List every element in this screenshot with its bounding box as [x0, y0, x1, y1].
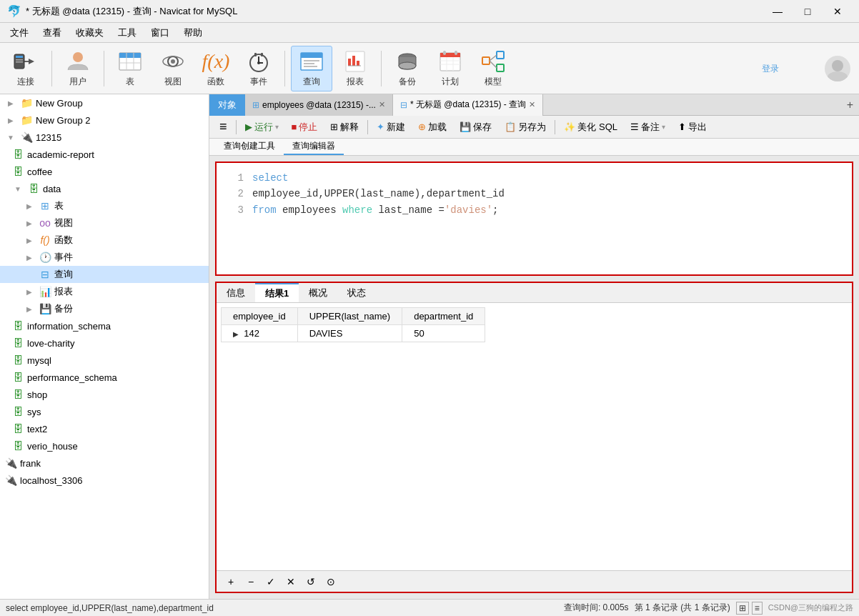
- tab-object[interactable]: 对象: [209, 94, 245, 116]
- tab-employees[interactable]: ⊞ employees @data (12315) -... ✕: [245, 94, 393, 116]
- grid-icon[interactable]: ⊞: [736, 602, 749, 615]
- beautify-icon: ✨: [564, 121, 575, 132]
- result-cancel-btn[interactable]: ✕: [282, 573, 299, 590]
- qtb-explain-label: 解释: [340, 121, 359, 134]
- sidebar-item-localhost[interactable]: 🔌 localhost_3306: [0, 472, 209, 489]
- toolbar-view[interactable]: 视图: [153, 46, 193, 91]
- rtab-result1[interactable]: 结果1: [255, 283, 299, 302]
- maximize-button[interactable]: □: [793, 0, 822, 23]
- sidebar-item-12315[interactable]: ▼ 🔌 12315: [0, 129, 209, 146]
- sidebar-item-shop[interactable]: 🗄 shop: [0, 386, 209, 403]
- menu-file[interactable]: 文件: [3, 23, 36, 42]
- table-group-icon: ⊞: [39, 200, 51, 212]
- menu-window[interactable]: 窗口: [144, 23, 177, 42]
- sidebar-tables-label: 表: [54, 199, 64, 212]
- sidebar-newgroup1-label: New Group: [36, 98, 83, 109]
- sidebar-item-events[interactable]: ▶ 🕐 事件: [0, 249, 209, 266]
- sidebar-12315-label: 12315: [36, 132, 61, 143]
- toolbar-event[interactable]: 事件: [239, 46, 279, 91]
- svg-line-44: [490, 55, 497, 61]
- qstab-editor[interactable]: 查询编辑器: [284, 139, 344, 155]
- col-employee-id: employee_id: [222, 308, 298, 325]
- sidebar-item-newgroup1[interactable]: ▶ 📁 New Group: [0, 94, 209, 111]
- rtab-overview[interactable]: 概况: [299, 283, 337, 302]
- window-controls[interactable]: — □ ✕: [763, 0, 852, 23]
- query-editor[interactable]: 1 select 2 employee_id,UPPER(last_name),…: [215, 162, 853, 276]
- sidebar-item-sys[interactable]: 🗄 sys: [0, 403, 209, 420]
- toolbar-connect[interactable]: 连接: [6, 46, 46, 91]
- tab-employees-close[interactable]: ✕: [379, 100, 385, 109]
- rtab-status[interactable]: 状态: [337, 283, 376, 302]
- qtb-comment[interactable]: ☰ 备注 ▾: [625, 118, 671, 136]
- sidebar-item-queries[interactable]: ⊟ 查询: [0, 266, 209, 283]
- sidebar-verio-label: verio_house: [27, 441, 78, 452]
- qtb-sep2: [367, 120, 368, 134]
- menu-tools[interactable]: 工具: [111, 23, 144, 42]
- qtb-saveas[interactable]: 📋 另存为: [499, 118, 552, 136]
- login-button[interactable]: 登录: [762, 63, 779, 75]
- results-tabs: 信息 结果1 概况 状态: [217, 283, 852, 303]
- sidebar-item-verio[interactable]: 🗄 verio_house: [0, 437, 209, 454]
- result-refresh-btn[interactable]: ↺: [302, 573, 319, 590]
- toolbar-plan[interactable]: 计划: [430, 46, 470, 91]
- sidebar-item-mysql[interactable]: 🗄 mysql: [0, 352, 209, 369]
- sidebar-shop-label: shop: [27, 389, 47, 400]
- sidebar-item-frank[interactable]: 🔌 frank: [0, 454, 209, 472]
- toolbar-query[interactable]: 查询: [291, 46, 332, 91]
- qtb-explain[interactable]: ⊞ 解释: [324, 118, 364, 136]
- menu-help[interactable]: 帮助: [177, 23, 209, 42]
- tab-query-close[interactable]: ✕: [529, 100, 535, 109]
- query-group-icon: ⊟: [39, 269, 51, 280]
- qtb-export[interactable]: ⬆ 导出: [672, 118, 712, 136]
- sidebar-item-funcs[interactable]: ▶ f() 函数: [0, 232, 209, 249]
- close-button[interactable]: ✕: [823, 0, 852, 23]
- rtab-info[interactable]: 信息: [217, 283, 255, 302]
- qtb-load-label: 加载: [428, 121, 447, 134]
- sidebar-item-tables[interactable]: ▶ ⊞ 表: [0, 197, 209, 214]
- sidebar-item-newgroup2[interactable]: ▶ 📁 New Group 2: [0, 111, 209, 129]
- svg-point-46: [832, 60, 843, 71]
- qtb-load[interactable]: ⊕ 加载: [412, 118, 452, 136]
- sidebar-item-academic[interactable]: 🗄 academic-report: [0, 146, 209, 163]
- sidebar-item-coffee[interactable]: 🗄 coffee: [0, 163, 209, 180]
- tab-query[interactable]: ⊟ * 无标题 @data (12315) - 查询 ✕: [393, 94, 543, 116]
- sidebar-item-backups[interactable]: ▶ 💾 备份: [0, 300, 209, 317]
- minimize-button[interactable]: —: [763, 0, 792, 23]
- sidebar-item-reports[interactable]: ▶ 📊 报表: [0, 283, 209, 300]
- qtb-run[interactable]: ▶ 运行 ▾: [239, 118, 284, 136]
- sidebar-item-text2[interactable]: 🗄 text2: [0, 420, 209, 437]
- comment-icon: ☰: [630, 121, 639, 132]
- qtb-stop[interactable]: ■ 停止: [286, 118, 324, 136]
- toolbar-model[interactable]: 模型: [473, 46, 513, 91]
- list-icon[interactable]: ≡: [752, 602, 763, 615]
- toolbar-user[interactable]: 用户: [58, 46, 98, 91]
- qtb-new-label: 新建: [387, 121, 405, 134]
- load-icon: ⊕: [418, 121, 426, 132]
- chevron-right-icon2: ▶: [4, 116, 17, 124]
- status-record: 第 1 条记录 (共 1 条记录): [635, 602, 730, 614]
- menu-bar: 文件 查看 收藏夹 工具 窗口 帮助: [0, 23, 859, 43]
- toolbar-backup[interactable]: 备份: [387, 46, 427, 91]
- sidebar-funcs-label: 函数: [54, 234, 73, 247]
- qtb-beautify[interactable]: ✨ 美化 SQL: [558, 118, 623, 136]
- sidebar-item-infoschema[interactable]: 🗄 information_schema: [0, 317, 209, 334]
- qstab-builder[interactable]: 查询创建工具: [215, 139, 284, 155]
- toolbar-func[interactable]: f(x) 函数: [196, 46, 236, 91]
- result-more-btn[interactable]: ⊙: [322, 573, 339, 590]
- tab-add-button[interactable]: +: [841, 96, 859, 114]
- result-remove-btn[interactable]: −: [242, 573, 259, 590]
- menu-favorites[interactable]: 收藏夹: [69, 23, 111, 42]
- sidebar-item-data[interactable]: ▼ 🗄 data: [0, 180, 209, 197]
- result-confirm-btn[interactable]: ✓: [262, 573, 279, 590]
- qtb-menu[interactable]: ≡: [214, 118, 233, 136]
- chevron-down-icon: ▼: [4, 134, 17, 141]
- result-add-btn[interactable]: +: [222, 573, 239, 590]
- sidebar-item-lovecharity[interactable]: 🗄 love-charity: [0, 334, 209, 352]
- menu-view[interactable]: 查看: [36, 23, 69, 42]
- toolbar-report[interactable]: 报表: [335, 46, 375, 91]
- qtb-save[interactable]: 💾 保存: [454, 118, 497, 136]
- sidebar-item-perfschema[interactable]: 🗄 performance_schema: [0, 369, 209, 386]
- sidebar-item-views[interactable]: ▶ oo 视图: [0, 214, 209, 232]
- qtb-new[interactable]: ✦ 新建: [371, 118, 411, 136]
- toolbar-table[interactable]: 表: [110, 46, 150, 91]
